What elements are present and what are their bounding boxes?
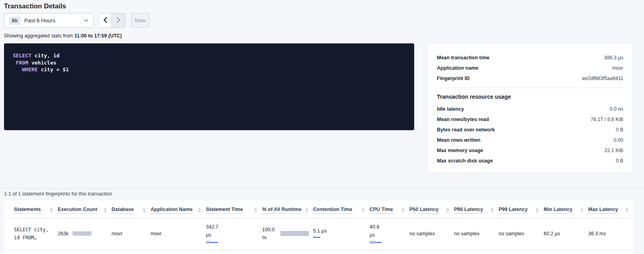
usage-value: 0.0 ns [610, 106, 623, 112]
table-header-row: Statements Execution Count Database Appl… [4, 200, 633, 218]
sort-icon [143, 208, 146, 213]
application-name-cell: movr [151, 218, 206, 250]
time-range-pager [98, 13, 125, 28]
summary-label: Fingerprint ID [437, 76, 470, 81]
sql-keyword: WHERE [22, 66, 37, 72]
column-header-database[interactable]: Database [112, 200, 151, 218]
percent-runtime-bar [280, 231, 309, 236]
database-cell: movr [112, 218, 151, 250]
usage-value: 78.17 / 5.8 KiB [591, 117, 623, 122]
sort-icon [536, 208, 539, 213]
p90-latency-cell: no samples [454, 218, 499, 250]
column-header-application-name[interactable]: Application Name [151, 200, 206, 218]
aggregated-stats-caption: Showing aggregated stats from 11:00 to 1… [4, 33, 644, 39]
execution-count-bar [72, 231, 92, 236]
sql-keyword: SELECT [13, 53, 31, 59]
statements-table: Statements Execution Count Database Appl… [4, 200, 633, 250]
usage-row: Bytes read over network 0 B [437, 125, 623, 135]
chevron-down-icon [84, 19, 88, 22]
summary-divider [437, 88, 623, 88]
statements-count-caption: 1-1 of 1 statement fingerprints for this… [4, 191, 644, 197]
usage-label: Max scratch disk usage [437, 158, 493, 164]
caption-time-range: 11:00 to 17:59 (UTC) [74, 33, 122, 39]
column-header-p90-latency[interactable]: P90 Latency [454, 200, 499, 218]
percent-runtime-cell: 100.0 % [262, 218, 313, 250]
caption-prefix: Showing aggregated stats from [4, 33, 73, 39]
p50-latency-cell: no samples [409, 218, 454, 250]
transaction-details-page: Transaction Details 6h Past 6 Hours Now [0, 2, 644, 254]
column-header-cpu-time[interactable]: CPU Time [370, 200, 409, 218]
sql-statement-box: SELECT city, id FROM vehicles WHERE city… [4, 43, 414, 130]
now-button[interactable]: Now [131, 13, 149, 28]
column-header-max-latency[interactable]: Max Latency [588, 200, 633, 218]
column-header-contention-time[interactable]: Contention Time [313, 200, 370, 218]
sort-icon [254, 208, 257, 213]
column-header-p50-latency[interactable]: P50 Latency [409, 200, 454, 218]
column-header-min-latency[interactable]: Min Latency [544, 200, 588, 218]
sql-line: FROM vehicles [13, 59, 414, 66]
summary-label: Application name [437, 65, 478, 71]
sort-icon [104, 208, 107, 213]
usage-value: 0.00 [614, 137, 623, 143]
p99-latency-cell: no samples [499, 218, 544, 250]
execution-count-cell: 263k [58, 218, 112, 250]
column-header-execution-count[interactable]: Execution Count [58, 200, 112, 218]
column-header-statements[interactable]: Statements [4, 200, 58, 218]
sort-icon [50, 208, 53, 213]
usage-row: Mean rows written 0.00 [437, 135, 623, 145]
sort-icon [305, 208, 308, 213]
sql-line: SELECT city, id [13, 52, 414, 59]
usage-label: Mean rows written [437, 137, 480, 143]
resource-usage-title: Transaction resource usage [437, 94, 623, 100]
section-divider [0, 188, 644, 189]
summary-row: Mean transaction time 386.3 µs [437, 53, 623, 63]
max-latency-cell: 36.3 ms [588, 218, 633, 250]
column-header-percent-runtime[interactable]: % of All Runtime [262, 200, 313, 218]
usage-label: Bytes read over network [437, 127, 495, 133]
column-header-statement-time[interactable]: Statement Time [206, 200, 262, 218]
sort-icon [362, 208, 365, 213]
time-controls: 6h Past 6 Hours Now [4, 13, 644, 28]
sort-icon [401, 208, 405, 213]
page-title: Transaction Details [4, 2, 644, 10]
chevron-left-icon [104, 17, 107, 24]
cpu-time-cell: 40.8 µs [370, 218, 409, 250]
min-latency-cell: 60.2 µs [544, 218, 588, 250]
statement-fingerprint-link[interactable]: SELECT city, id FROM… [4, 218, 58, 250]
summary-value: movr [612, 65, 623, 71]
usage-row: Idle latency 0.0 ns [437, 104, 623, 114]
chevron-right-icon [117, 17, 120, 24]
usage-row: Mean rows/bytes read 78.17 / 5.8 KiB [437, 114, 623, 125]
usage-label: Max memory usage [437, 148, 483, 153]
usage-label: Idle latency [437, 106, 464, 112]
details-cards-row: SELECT city, id FROM vehicles WHERE city… [4, 43, 640, 173]
usage-label: Mean rows/bytes read [437, 117, 489, 122]
statements-table-card: Statements Execution Count Database Appl… [4, 200, 633, 254]
time-range-label: Past 6 Hours [24, 18, 80, 23]
previous-range-button[interactable] [99, 14, 112, 27]
cpu-time-bar [370, 241, 382, 244]
usage-row: Max memory usage 22.1 KiB [437, 145, 623, 156]
sql-keyword: FROM [16, 60, 28, 66]
statement-time-cell: 342.7 µs [206, 218, 262, 250]
usage-value: 22.1 KiB [605, 148, 623, 153]
summary-row: Application name movr [437, 63, 623, 73]
contention-time-cell: 5.1 µs [313, 218, 370, 250]
next-range-button[interactable] [112, 14, 125, 27]
time-range-badge: 6h [9, 17, 20, 25]
statement-row: SELECT city, id FROM… 263k movr movr 342… [4, 218, 633, 250]
time-range-dropdown[interactable]: 6h Past 6 Hours [4, 13, 94, 28]
sort-icon [491, 208, 494, 213]
statement-time-bar [206, 241, 218, 244]
column-header-p99-latency[interactable]: P99 Latency [499, 200, 544, 218]
sort-icon [446, 208, 449, 213]
usage-value: 0 B [616, 158, 623, 164]
usage-value: 0 B [616, 127, 623, 133]
contention-time-bar [313, 236, 320, 239]
transaction-summary-card: Mean transaction time 386.3 µs Applicati… [427, 43, 633, 173]
sort-icon [198, 208, 201, 213]
sort-icon [580, 208, 583, 213]
sql-line: WHERE city = $1 [13, 66, 414, 73]
summary-value: 386.3 µs [604, 55, 623, 61]
summary-value: ee2df683f5aa9411 [582, 76, 623, 81]
